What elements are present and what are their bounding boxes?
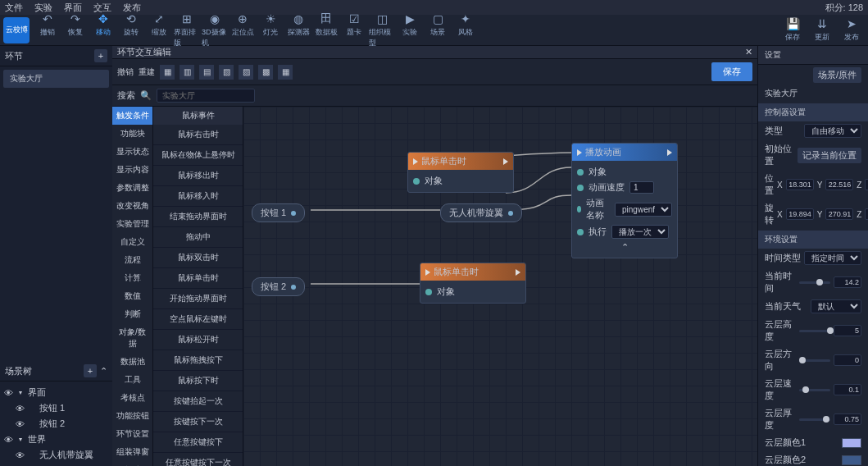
category-item[interactable]: 考核点 [112, 389, 152, 407]
category-item[interactable]: 显示内容 [112, 161, 152, 179]
port-icon[interactable] [413, 178, 420, 185]
event-item[interactable]: 鼠标松开时 [153, 330, 243, 350]
port-icon[interactable] [291, 285, 296, 290]
menu-file[interactable]: 文件 [5, 2, 23, 14]
toolbar-界面排版[interactable]: ⊞界面排版 [174, 12, 200, 48]
toolbar-发布[interactable]: ➤发布 [838, 17, 865, 43]
val-input[interactable] [834, 384, 861, 395]
app-logo[interactable]: 云校博 [3, 17, 30, 43]
toolbar-移动[interactable]: ✥移动 [90, 12, 116, 48]
toolbar-保存[interactable]: 💾保存 [779, 17, 806, 43]
toolbar-题卡[interactable]: ☑题卡 [341, 12, 367, 48]
caret-icon[interactable]: ▾ [16, 436, 25, 443]
event-item[interactable]: 鼠标单击时 [153, 268, 243, 289]
record-pos-button[interactable]: 记录当前位置 [798, 148, 861, 163]
category-item[interactable]: 显示状态 [112, 143, 152, 161]
category-item[interactable]: 计算 [112, 269, 152, 287]
type-select[interactable]: 自由移动 [804, 124, 861, 138]
category-item[interactable]: 功能块 [112, 125, 152, 143]
event-item[interactable]: 鼠标在物体上悬停时 [153, 145, 243, 166]
event-item[interactable]: 按键按下一次 [153, 412, 243, 432]
exec-select[interactable]: 播放一次动画 [611, 225, 669, 239]
toolbar-实验[interactable]: ▶实验 [397, 12, 423, 48]
category-item[interactable]: 判断 [112, 305, 152, 323]
color-swatch[interactable] [842, 455, 861, 465]
node-play-anim[interactable]: 播放动画 对象 动画速度 动画名称pingwenfeixing 执行播放一次动画… [571, 143, 678, 258]
variable-pill[interactable]: 无人机带旋翼 [440, 203, 522, 222]
toolbar-探测器[interactable]: ◍探测器 [285, 12, 311, 48]
category-item[interactable]: 算法 [112, 461, 152, 466]
rot-y[interactable] [825, 208, 853, 220]
toolbar-定位点[interactable]: ⊕定位点 [229, 12, 256, 48]
rot-x[interactable] [786, 208, 814, 220]
slider[interactable] [799, 389, 830, 391]
variable-pill[interactable]: 按钮 2 [252, 277, 305, 296]
port-icon[interactable] [291, 211, 296, 216]
toolbar-撤销[interactable]: ↶撤销 [34, 12, 61, 48]
port-icon[interactable] [577, 169, 584, 176]
category-item[interactable]: 流程 [112, 251, 152, 269]
tree-row[interactable]: 👁▾世界 [0, 432, 112, 447]
color-swatch[interactable] [842, 438, 861, 448]
category-item[interactable]: 改变视角 [112, 197, 152, 215]
pos-x[interactable] [786, 179, 814, 190]
tree-row[interactable]: 👁按钮 2 [0, 416, 112, 432]
slider[interactable] [799, 359, 830, 362]
event-item[interactable]: 鼠标右击时 [153, 125, 243, 145]
port-icon[interactable] [577, 185, 584, 191]
port-icon[interactable] [577, 229, 584, 235]
port-icon[interactable] [508, 211, 513, 216]
event-item[interactable]: 鼠标移出时 [153, 166, 243, 186]
event-item[interactable]: 任意按键按下 [153, 432, 243, 453]
lab-tab[interactable]: 实验大厅 [3, 70, 109, 88]
weather-select[interactable]: 默认 [811, 299, 861, 313]
collapse-icon[interactable]: ⌃ [621, 242, 629, 253]
event-item[interactable]: 鼠标拖拽按下 [153, 350, 243, 371]
node-mouse-click[interactable]: 鼠标单击时 对象 [407, 152, 514, 193]
category-item[interactable]: 数值 [112, 287, 152, 305]
category-item[interactable]: 数据池 [112, 353, 152, 371]
pos-y[interactable] [825, 179, 853, 190]
time-type-select[interactable]: 指定时间 [804, 251, 861, 265]
toolbar-组织模型[interactable]: ◫组织模型 [369, 12, 395, 48]
tool-icon[interactable]: ▦ [160, 65, 175, 80]
event-item[interactable]: 鼠标按下时 [153, 371, 243, 391]
toolbar-恢复[interactable]: ↷恢复 [62, 12, 89, 48]
tree-row[interactable]: 👁按钮 1 [0, 400, 112, 416]
eye-icon[interactable]: 👁 [15, 419, 25, 429]
eye-icon[interactable]: 👁 [15, 404, 25, 413]
category-item[interactable]: 环节设置 [112, 425, 152, 443]
eye-icon[interactable]: 👁 [3, 388, 13, 398]
category-item[interactable]: 功能按钮 [112, 407, 152, 425]
tool-icon[interactable]: ▥ [180, 65, 194, 80]
add-icon[interactable]: + [84, 364, 97, 377]
slider[interactable] [799, 330, 830, 332]
event-item[interactable]: 结束拖动界面时 [153, 207, 243, 227]
toolbar-场景[interactable]: ▢场景 [425, 12, 451, 48]
add-icon[interactable]: + [94, 49, 107, 62]
time-val[interactable] [834, 276, 861, 288]
save-button[interactable]: 保存 [711, 62, 752, 81]
node-canvas[interactable]: 鼠标单击时 对象 按钮 1 无人机带旋翼 播放动画 对象 动画速度 动画名称pi… [243, 107, 757, 466]
tree-row[interactable]: 👁无人机带旋翼 [0, 447, 112, 463]
event-item[interactable]: 任意按键按下一次 [153, 453, 243, 466]
settings-tab[interactable]: 设置 [758, 46, 868, 65]
caret-icon[interactable]: ▾ [16, 389, 25, 396]
category-item[interactable]: 组装弹窗 [112, 443, 152, 461]
node-mouse-click[interactable]: 鼠标单击时 对象 [420, 263, 526, 304]
category-item[interactable]: 对象/数据 [112, 323, 152, 353]
tool-icon[interactable]: ▤ [199, 65, 214, 80]
tool-icon[interactable]: ▩ [258, 65, 273, 80]
tool-icon[interactable]: ▧ [219, 65, 234, 80]
redo-button[interactable]: 重建 [139, 66, 155, 78]
event-item[interactable]: 鼠标移入时 [153, 186, 243, 207]
slider[interactable] [799, 418, 830, 421]
category-item[interactable]: 实验管理 [112, 215, 152, 233]
event-item[interactable]: 拖动中 [153, 227, 243, 248]
category-item[interactable]: 触发条件 [112, 107, 152, 125]
close-icon[interactable]: ✕ [745, 47, 752, 57]
category-item[interactable]: 工具 [112, 371, 152, 389]
toolbar-旋转[interactable]: ⟲旋转 [118, 12, 144, 48]
event-item[interactable]: 按键抬起一次 [153, 391, 243, 412]
category-item[interactable]: 参数调整 [112, 179, 152, 197]
